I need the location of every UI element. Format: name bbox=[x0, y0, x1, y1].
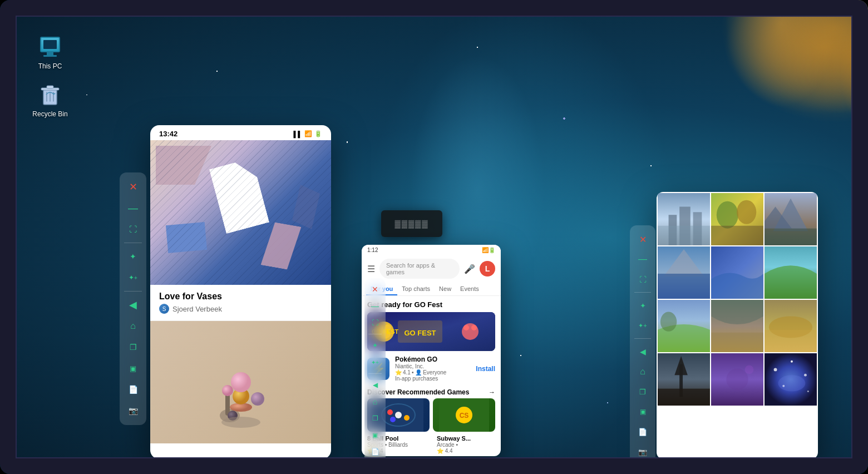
phone-status-bar: 13:42 ▌▌ 📶 🔋 bbox=[150, 125, 331, 140]
svg-point-68 bbox=[807, 391, 809, 392]
play-expand-button[interactable]: ⛶ bbox=[367, 315, 383, 330]
add-pin-button[interactable]: ✦+ bbox=[123, 268, 143, 288]
desktop-icon-recycle-bin[interactable]: Recycle Bin bbox=[28, 81, 72, 118]
recycle-bin-label: Recycle Bin bbox=[32, 110, 67, 118]
document-button[interactable]: 📄 bbox=[123, 379, 143, 399]
author-name: Sjoerd Verbeek bbox=[172, 305, 222, 313]
phone-time: 13:42 bbox=[159, 130, 177, 138]
photo-minimize-button[interactable]: — bbox=[633, 250, 652, 269]
phone-window-wallpaper[interactable]: 13:42 ▌▌ 📶 🔋 Love for Vases S bbox=[150, 125, 331, 459]
photo-mountain-1[interactable] bbox=[765, 193, 817, 245]
photo-pin-button[interactable]: ✦ bbox=[633, 296, 652, 315]
pokemon-info: Pokémon GO Niantic, Inc. ⭐ 4.1 • 👤 Every… bbox=[395, 356, 470, 382]
author-row: S Sjoerd Verbeek bbox=[159, 304, 322, 314]
photo-grid-window[interactable] bbox=[657, 192, 818, 459]
photo-valley[interactable] bbox=[711, 300, 763, 352]
svg-point-20 bbox=[463, 325, 469, 330]
copy-button[interactable]: ❐ bbox=[123, 337, 143, 357]
svg-text:CS: CS bbox=[460, 412, 469, 419]
recycle-bin-icon bbox=[37, 81, 63, 108]
pokemon-dev: Niantic, Inc. bbox=[395, 363, 470, 369]
photo-document-button[interactable]: 📄 bbox=[633, 422, 652, 441]
photo-dark-trees[interactable] bbox=[658, 353, 710, 406]
svg-point-69 bbox=[778, 375, 805, 391]
photo-expand-button[interactable]: ⛶ bbox=[633, 270, 652, 289]
photo-home-button[interactable]: ⌂ bbox=[633, 362, 652, 381]
wallpaper-art-second bbox=[150, 321, 331, 443]
play-close-button[interactable]: ✕ bbox=[367, 282, 383, 297]
svg-point-11 bbox=[221, 417, 260, 428]
play-time: 1:12 bbox=[367, 247, 378, 253]
photo-monitor-button[interactable]: ▣ bbox=[633, 402, 652, 421]
expand-button[interactable]: ⛶ bbox=[123, 219, 143, 239]
play-pin-button[interactable]: ✦ bbox=[367, 338, 383, 353]
play-avatar[interactable]: L bbox=[480, 261, 495, 276]
wallpaper-title: Love for Vases bbox=[159, 292, 322, 302]
svg-point-26 bbox=[404, 415, 410, 421]
photo-space-nebula[interactable] bbox=[765, 353, 817, 406]
home-button[interactable]: ⌂ bbox=[123, 316, 143, 336]
go-fest-art: GO FEST bbox=[367, 312, 495, 351]
play-status-bar: 1:12 📶🔋 bbox=[362, 245, 501, 255]
hamburger-icon[interactable]: ☰ bbox=[367, 264, 375, 274]
game-thumb-clash[interactable]: CS bbox=[433, 398, 495, 432]
back-button[interactable]: ◀ bbox=[123, 295, 143, 315]
play-document-button[interactable]: 📄 bbox=[367, 444, 383, 460]
svg-rect-46 bbox=[658, 274, 710, 299]
art-diagonal-lines bbox=[150, 140, 331, 285]
wallpaper-info: Love for Vases S Sjoerd Verbeek bbox=[150, 285, 331, 321]
play-separator-2 bbox=[368, 373, 382, 374]
photo-camera-button[interactable]: 📷 bbox=[633, 442, 652, 461]
monitor-button[interactable]: ▣ bbox=[123, 358, 143, 378]
photo-meadow[interactable] bbox=[658, 300, 710, 352]
photo-lake[interactable] bbox=[658, 246, 710, 299]
photo-close-button[interactable]: ✕ bbox=[633, 230, 652, 249]
close-button[interactable]: ✕ bbox=[123, 177, 143, 197]
3d-art-svg bbox=[202, 327, 280, 438]
go-fest-banner[interactable]: GO FEST bbox=[367, 312, 495, 351]
this-pc-label: This PC bbox=[38, 62, 62, 70]
svg-rect-35 bbox=[658, 226, 710, 245]
photo-addpin-button[interactable]: ✦+ bbox=[633, 316, 652, 335]
play-monitor-button[interactable]: ▣ bbox=[367, 427, 383, 443]
play-search-input[interactable]: Search for apps & games bbox=[379, 259, 460, 279]
svg-rect-43 bbox=[765, 229, 817, 245]
play-search-bar[interactable]: ☰ Search for apps & games 🎤 L bbox=[362, 255, 501, 282]
phone-content: Love for Vases S Sjoerd Verbeek bbox=[150, 140, 331, 443]
pin-button[interactable]: ✦ bbox=[123, 246, 143, 266]
photo-grid bbox=[657, 192, 818, 407]
photo-copy-button[interactable]: ❐ bbox=[633, 382, 652, 401]
phone-status-icons: ▌▌ 📶 🔋 bbox=[293, 130, 322, 137]
svg-point-27 bbox=[390, 417, 396, 422]
photo-back-button[interactable]: ◀ bbox=[633, 342, 652, 361]
play-back-button[interactable]: ◀ bbox=[367, 377, 383, 393]
photo-autumn[interactable] bbox=[711, 193, 763, 245]
pokemon-name: Pokémon GO bbox=[395, 356, 470, 363]
tab-new[interactable]: New bbox=[435, 282, 456, 295]
play-copy-button[interactable]: ❐ bbox=[367, 411, 383, 426]
play-minimize-button[interactable]: — bbox=[367, 298, 383, 314]
tab-events[interactable]: Events bbox=[456, 282, 484, 295]
left-toolbar: ✕ — ⛶ ✦ ✦+ ◀ ⌂ ❐ ▣ 📄 📷 bbox=[120, 172, 146, 425]
minimize-button[interactable]: — bbox=[123, 198, 143, 218]
svg-point-9 bbox=[251, 392, 264, 406]
play-addpin-button[interactable]: ✦+ bbox=[367, 354, 383, 370]
photo-purple-sky[interactable] bbox=[711, 353, 763, 406]
photo-green[interactable] bbox=[765, 246, 817, 299]
photo-river[interactable] bbox=[711, 246, 763, 299]
photo-city[interactable] bbox=[658, 193, 710, 245]
photo-toolbar: ✕ — ⛶ ✦ ✦+ ◀ ⌂ ❐ ▣ 📄 📷 bbox=[630, 225, 655, 466]
pokemon-rating: ⭐ 4.1 • 👤 Everyone bbox=[395, 369, 470, 376]
svg-point-37 bbox=[717, 201, 738, 229]
mic-icon[interactable]: 🎤 bbox=[464, 264, 475, 274]
camera-button[interactable]: 📷 bbox=[123, 401, 143, 421]
photo-golden-field[interactable] bbox=[765, 300, 817, 352]
play-home-button[interactable]: ⌂ bbox=[367, 394, 383, 409]
dark-window[interactable]: ▓▓▓▓▓ bbox=[381, 210, 442, 237]
play-camera-button[interactable]: 📷 bbox=[367, 461, 383, 474]
svg-point-5 bbox=[222, 385, 233, 396]
install-button[interactable]: Install bbox=[476, 365, 495, 373]
svg-point-21 bbox=[471, 325, 477, 330]
tab-top-charts[interactable]: Top charts bbox=[397, 282, 435, 295]
desktop-icon-this-pc[interactable]: This PC bbox=[28, 33, 72, 70]
